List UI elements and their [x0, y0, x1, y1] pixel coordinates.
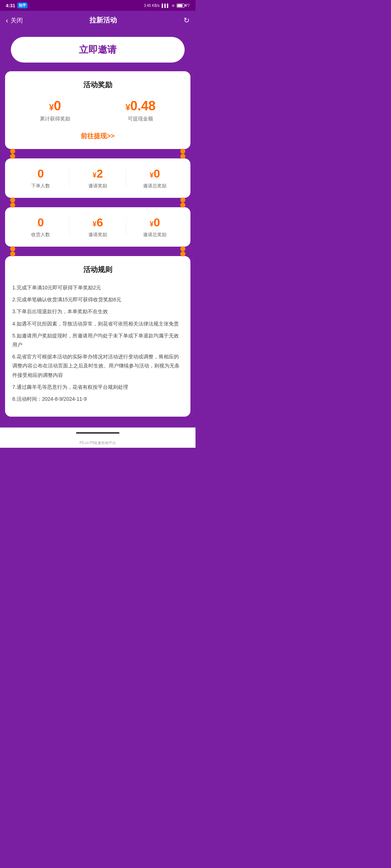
rules-card-title: 活动规则 [12, 265, 183, 275]
back-label: 关闭 [10, 16, 23, 25]
order-stats-card-connector-top [10, 154, 185, 159]
rule-7: 7.通过薅羊毛等恶意行为，花省有权按平台规则处理 [12, 383, 183, 392]
home-indicator [76, 432, 119, 434]
rule-1: 1.完成下单满10元即可获得下单奖励2元 [12, 283, 183, 292]
connector-dot-top-right-1 [180, 154, 185, 159]
invite-section: 立即邀请 [0, 30, 196, 71]
battery-icon [177, 4, 185, 8]
delivery-total-label: 邀请总奖励 [126, 231, 183, 238]
order-count-item: 0 下单人数 [12, 167, 69, 189]
time-display: 4:31 [6, 3, 15, 8]
status-left: 4:31 知乎 [6, 3, 28, 8]
rule-5: 5.如邀请用户奖励提现时，所邀请用户均处于未下单或下单退款均属于无效用户 [12, 331, 183, 349]
delivery-stats-card: 0 收货人数 ¥6 邀请奖励 ¥0 邀请总奖励 [5, 207, 190, 247]
reward-card-connector-bottom [10, 149, 185, 154]
connector-dot-top-left-1 [10, 154, 15, 159]
wifi-icon: ≋ [172, 4, 175, 8]
app-badge: 知乎 [17, 3, 28, 8]
connector-dot-left [10, 149, 15, 154]
delivery-count-label: 收货人数 [12, 231, 69, 238]
status-bar: 4:31 知乎 3.45 KB/s ▌▌▌ ≋ 77 [0, 0, 196, 11]
order-reward-item: ¥2 邀请奖励 [70, 167, 126, 189]
connector-dot-bottom-left-2 [10, 246, 15, 251]
rules-card-connector-top [10, 251, 185, 256]
order-reward-label: 邀请奖励 [70, 183, 126, 189]
delivery-count-item: 0 收货人数 [12, 216, 69, 238]
reward-card: 活动奖励 ¥0 累计获得奖励 ¥0.48 可提现金额 前往提现>> [5, 71, 190, 149]
back-button[interactable]: ‹ 关闭 [6, 16, 23, 25]
order-reward-value: ¥2 [70, 167, 126, 180]
order-stats-card: 0 下单人数 ¥2 邀请奖励 ¥0 邀请总奖励 [5, 158, 190, 198]
yen-5: ¥ [93, 220, 97, 228]
withdrawable-reward-item: ¥0.48 可提现金额 [125, 98, 155, 122]
order-count-value: 0 [12, 167, 69, 180]
accumulated-amount: ¥0 [40, 98, 70, 114]
reward-card-title: 活动奖励 [12, 80, 183, 90]
accumulated-label: 累计获得奖励 [40, 116, 70, 122]
yen-4: ¥ [150, 171, 154, 179]
connector-dot-bottom-left-1 [10, 197, 15, 203]
connector-dot-top-right-3 [180, 251, 185, 256]
withdraw-link[interactable]: 前往提现>> [12, 129, 183, 142]
delivery-reward-value: ¥6 [70, 216, 126, 229]
rule-6: 6.花省官方可根据本活动的实际举办情况对活动进行变动或调整，将相应的调整内容公布… [12, 352, 183, 380]
delivery-total-item: ¥0 邀请总奖励 [126, 216, 183, 238]
invite-button[interactable]: 立即邀请 [11, 37, 185, 63]
page-title: 拉新活动 [23, 16, 184, 25]
rules-card: 活动规则 1.完成下单满10元即可获得下单奖励2元 2.完成单笔确认收货满15元… [5, 256, 190, 417]
accumulated-reward-item: ¥0 累计获得奖励 [40, 98, 70, 122]
delivery-stats-card-connector-bottom [10, 246, 185, 251]
watermark: P5.cn P5批量投稿平台 [0, 438, 196, 448]
chevron-left-icon: ‹ [6, 16, 8, 25]
delivery-reward-item: ¥6 邀请奖励 [70, 216, 126, 238]
network-speed: 3.45 KB/s [144, 4, 159, 8]
connector-dot-top-left-3 [10, 251, 15, 256]
rule-3: 3.下单后出现退款行为，本单奖励不在生效 [12, 307, 183, 316]
delivery-stats-row: 0 收货人数 ¥6 邀请奖励 ¥0 邀请总奖励 [12, 216, 183, 238]
reward-amounts-row: ¥0 累计获得奖励 ¥0.48 可提现金额 [12, 98, 183, 122]
invite-button-label: 立即邀请 [79, 44, 117, 55]
delivery-stats-card-connector-top [10, 203, 185, 208]
order-total-label: 邀请总奖励 [126, 183, 183, 189]
withdrawable-label: 可提现金额 [125, 116, 155, 122]
yen-6: ¥ [150, 220, 154, 228]
connector-dot-top-right-2 [180, 203, 185, 208]
content-wrapper: 活动奖励 ¥0 累计获得奖励 ¥0.48 可提现金额 前往提现>> [0, 71, 196, 427]
nav-bar: ‹ 关闭 拉新活动 ↻ [0, 11, 196, 30]
withdrawable-amount: ¥0.48 [125, 98, 155, 114]
rule-2: 2.完成单笔确认收货满15元即可获得收货奖励6元 [12, 295, 183, 304]
yen-symbol-2: ¥ [125, 102, 130, 112]
rules-content: 1.完成下单满10元即可获得下单奖励2元 2.完成单笔确认收货满15元即可获得收… [12, 283, 183, 404]
order-total-value: ¥0 [126, 167, 183, 180]
order-stats-card-connector-bottom [10, 197, 185, 203]
delivery-reward-label: 邀请奖励 [70, 231, 126, 238]
connector-dot-bottom-right-1 [180, 197, 185, 203]
connector-dot-top-left-2 [10, 203, 15, 208]
refresh-button[interactable]: ↻ [184, 16, 190, 25]
rule-8: 8.活动时间：2024-8-9/2024-11-9 [12, 395, 183, 404]
rule-4: 4.如遇不可抗拒因素，导致活动异常，则花省可依照相关法律法规主张免责 [12, 319, 183, 328]
delivery-total-value: ¥0 [126, 216, 183, 229]
refresh-icon: ↻ [184, 16, 190, 24]
status-right: 3.45 KB/s ▌▌▌ ≋ 77 [144, 4, 190, 8]
order-count-label: 下单人数 [12, 183, 69, 189]
connector-dot-right [180, 149, 185, 154]
connector-dot-bottom-right-2 [180, 246, 185, 251]
battery-display: 77 [177, 4, 190, 8]
signal-icon: ▌▌▌ [162, 4, 169, 8]
delivery-count-value: 0 [12, 216, 69, 229]
order-stats-row: 0 下单人数 ¥2 邀请奖励 ¥0 邀请总奖励 [12, 167, 183, 189]
yen-symbol-1: ¥ [49, 102, 54, 112]
order-total-item: ¥0 邀请总奖励 [126, 167, 183, 189]
yen-3: ¥ [93, 171, 97, 179]
bottom-bar [0, 427, 196, 438]
